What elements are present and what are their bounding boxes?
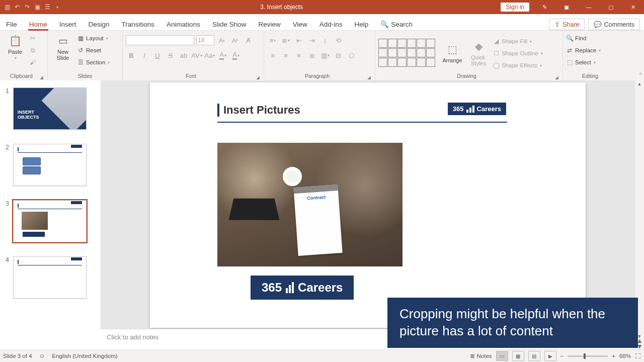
qat-customize-icon[interactable]: ▾: [52, 2, 62, 12]
format-painter-button[interactable]: 🖌: [29, 58, 36, 67]
comments-button[interactable]: 💬Comments: [588, 19, 640, 30]
drawing-dialog-launcher[interactable]: ◢: [555, 75, 558, 80]
decrease-indent-button[interactable]: ⇤: [293, 35, 304, 46]
maximize-button[interactable]: ▢: [600, 0, 622, 14]
font-dialog-launcher[interactable]: ◢: [256, 75, 260, 80]
qat-slideshow-icon[interactable]: ▣: [32, 2, 42, 12]
zoom-in-button[interactable]: +: [612, 353, 615, 359]
close-button[interactable]: ✕: [622, 0, 644, 14]
qat-touch-icon[interactable]: ☰: [42, 2, 52, 12]
thumb-slide-1[interactable]: INSERT OBJECTS: [13, 87, 87, 130]
font-color-button[interactable]: A▾: [230, 50, 242, 61]
tab-home[interactable]: Home: [23, 18, 53, 30]
zoom-out-button[interactable]: −: [560, 353, 564, 359]
shadow-button[interactable]: ab: [178, 50, 189, 61]
tab-review[interactable]: Review: [252, 18, 286, 30]
tab-search[interactable]: 🔍Search: [374, 17, 419, 30]
new-slide-button[interactable]: ▭ New Slide: [51, 33, 75, 62]
share-button[interactable]: ⇪Share: [549, 19, 585, 30]
select-button[interactable]: ⬚Select▾: [566, 58, 601, 67]
paragraph-dialog-launcher[interactable]: ◢: [367, 75, 371, 80]
decrease-font-button[interactable]: A▾: [229, 35, 240, 46]
tab-slideshow[interactable]: Slide Show: [206, 18, 253, 30]
line-spacing-button[interactable]: ↕: [319, 35, 331, 46]
tab-design[interactable]: Design: [83, 18, 116, 30]
thumb-slide-2[interactable]: [13, 144, 87, 186]
align-right-button[interactable]: ≡: [293, 50, 304, 61]
scroll-up-icon[interactable]: ▲: [637, 81, 642, 86]
accessibility-icon[interactable]: ☺: [39, 353, 45, 359]
minimize-button[interactable]: —: [578, 0, 600, 14]
status-language[interactable]: English (United Kingdom): [52, 353, 117, 359]
numbering-button[interactable]: ≣▾: [280, 35, 291, 46]
shape-effects-button[interactable]: ◯Shape Effects▾: [493, 61, 543, 70]
shape-outline-button[interactable]: ☐Shape Outline▾: [493, 49, 543, 58]
tab-view[interactable]: View: [287, 18, 313, 30]
replace-button[interactable]: ⇄Replace▾: [566, 46, 601, 55]
select-icon: ⬚: [566, 59, 573, 66]
thumb-slide-4[interactable]: [13, 256, 87, 299]
notes-toggle[interactable]: ≣ Notes: [470, 352, 492, 359]
cut-button[interactable]: ✂: [29, 34, 36, 43]
tab-help[interactable]: Help: [349, 18, 375, 30]
paste-button[interactable]: 📋 Paste ▾: [3, 33, 27, 61]
reset-button[interactable]: ↺Reset: [77, 46, 110, 55]
char-spacing-button[interactable]: AV▾: [191, 50, 202, 61]
align-center-button[interactable]: ≡: [280, 50, 291, 61]
sorter-view-button[interactable]: ▦: [512, 351, 524, 361]
change-case-button[interactable]: Aa▾: [204, 50, 215, 61]
italic-button[interactable]: I: [139, 50, 150, 61]
justify-button[interactable]: ≣: [306, 50, 317, 61]
clipboard-dialog-launcher[interactable]: ◢: [40, 75, 43, 80]
thumb-slide-3[interactable]: [13, 200, 87, 242]
display-options-icon[interactable]: ▣: [555, 0, 578, 14]
tab-file[interactable]: File: [0, 18, 23, 30]
underline-button[interactable]: U: [152, 50, 163, 61]
slide-thumbnails-panel[interactable]: 1 INSERT OBJECTS 2 3 4: [0, 80, 101, 350]
clear-formatting-button[interactable]: A̸: [243, 35, 254, 46]
fit-to-window-button[interactable]: ⛶: [635, 353, 641, 359]
bullets-button[interactable]: ≡▾: [267, 35, 278, 46]
highlight-button[interactable]: A▾: [217, 50, 228, 61]
strike-button[interactable]: S: [165, 50, 176, 61]
slideshow-view-button[interactable]: ▶: [544, 351, 556, 361]
text-direction-button[interactable]: ⟲: [333, 35, 344, 46]
layout-button[interactable]: ▦Layout▾: [77, 34, 110, 43]
arrange-button[interactable]: ⬚Arrange: [440, 41, 464, 64]
tab-insert[interactable]: Insert: [53, 18, 83, 30]
shape-fill-button[interactable]: ◢Shape Fill▾: [493, 37, 543, 46]
reading-view-button[interactable]: ▤: [528, 351, 540, 361]
zoom-level[interactable]: 68%: [619, 353, 631, 359]
tab-addins[interactable]: Add-ins: [313, 18, 349, 30]
bold-button[interactable]: B: [126, 50, 137, 61]
align-text-button[interactable]: ⊟: [333, 50, 344, 61]
current-slide[interactable]: Insert Pictures 365 Careers 365 Careers …: [150, 82, 586, 328]
simplify-ribbon-icon[interactable]: ✎: [533, 0, 555, 14]
qat-undo-icon[interactable]: ↶: [12, 2, 22, 12]
group-clipboard-label: Clipboard: [3, 73, 40, 80]
qat-save-icon[interactable]: ▥: [2, 2, 12, 12]
section-button[interactable]: ☰Section▾: [77, 58, 110, 67]
normal-view-button[interactable]: ▭: [496, 351, 508, 361]
sign-in-button[interactable]: Sign in: [501, 3, 529, 12]
align-left-button[interactable]: ≡: [267, 50, 278, 61]
copy-button[interactable]: ⧉: [29, 46, 36, 55]
font-size-input[interactable]: [196, 35, 214, 45]
qat-redo-icon[interactable]: ↷: [22, 2, 32, 12]
columns-button[interactable]: ▥▾: [319, 50, 331, 61]
slide-title[interactable]: Insert Pictures: [217, 104, 300, 117]
shapes-gallery[interactable]: [378, 39, 435, 67]
tab-transitions[interactable]: Transitions: [116, 18, 161, 30]
increase-indent-button[interactable]: ⇥: [306, 35, 317, 46]
tab-animations[interactable]: Animations: [160, 18, 206, 30]
quick-styles-button[interactable]: ◆Quick Styles: [466, 38, 491, 67]
font-name-input[interactable]: [126, 35, 194, 45]
smartart-button[interactable]: ⬡: [346, 50, 357, 61]
inserted-picture[interactable]: [217, 143, 403, 266]
increase-font-button[interactable]: A▴: [216, 35, 227, 46]
layout-icon: ▦: [77, 35, 84, 42]
find-button[interactable]: 🔍Find: [566, 34, 601, 43]
zoom-slider[interactable]: [568, 355, 608, 357]
brand-logo-large[interactable]: 365 Careers: [251, 276, 354, 300]
collapse-ribbon-button[interactable]: ˄: [639, 72, 642, 79]
